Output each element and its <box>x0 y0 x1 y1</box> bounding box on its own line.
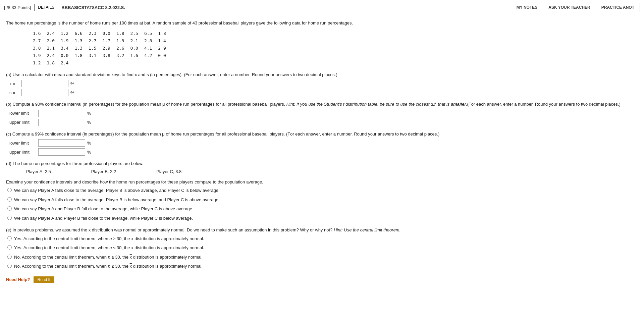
data-val: 1.8 <box>47 59 54 67</box>
x-pct-label: % <box>70 81 74 86</box>
data-val: 1.8 <box>158 30 166 37</box>
data-val: 1.4 <box>158 37 166 45</box>
lower-limit-input-c[interactable] <box>38 139 85 147</box>
part-d-radio-1[interactable] <box>7 188 12 192</box>
part-d-option-1[interactable]: We can say Player A falls close to the a… <box>7 187 625 194</box>
details-button[interactable]: DETAILS <box>34 4 58 11</box>
data-val: 2.0 <box>47 37 54 45</box>
data-val: 2.4 <box>61 59 68 67</box>
data-val: 1.3 <box>74 45 82 52</box>
upper-pct-b: % <box>87 120 91 125</box>
player-b: Player B, 2.2 <box>91 169 116 174</box>
player-c: Player C, 3.8 <box>156 169 181 174</box>
data-val: 2.3 <box>89 30 96 37</box>
data-val: 2.1 <box>130 37 138 45</box>
my-notes-button[interactable]: MY NOTES <box>511 3 543 12</box>
data-val: 1.3 <box>74 37 82 45</box>
upper-limit-label-c: upper limit <box>9 150 36 155</box>
data-val: 3.8 <box>102 52 110 59</box>
top-bar: [-/8.33 Points] DETAILS BBBASICSTAT8ACC … <box>0 0 644 15</box>
data-row-2: 2.7 2.0 1.9 1.3 2.7 1.7 1.3 2.1 2.8 1.4 <box>33 37 625 45</box>
need-help-label: Need Help? <box>6 277 30 282</box>
data-val: 4.1 <box>144 45 152 52</box>
upper-limit-input-b[interactable] <box>38 119 85 126</box>
main-content: The home run percentage is the number of… <box>0 15 631 288</box>
data-val: 1.9 <box>33 52 41 59</box>
data-val: 1.3 <box>116 37 124 45</box>
lower-pct-b: % <box>87 111 91 116</box>
part-d-label: (d) The home run percentages for three p… <box>6 160 625 167</box>
data-val: 1.7 <box>102 37 110 45</box>
read-it-button[interactable]: Read It <box>34 276 55 283</box>
part-e-radio-2[interactable] <box>7 245 12 250</box>
data-val: 0.0 <box>130 45 138 52</box>
part-a-s-row: s = % <box>9 89 625 96</box>
data-val: 6.5 <box>144 30 152 37</box>
part-b-lower-row: lower limit % <box>9 110 625 117</box>
part-c-label: (c) Compute a 99% confidence interval (i… <box>6 131 625 138</box>
upper-limit-label-b: upper limit <box>9 120 36 125</box>
data-val: 1.9 <box>61 37 68 45</box>
part-e-label: (e) In previous problems, we assumed the… <box>6 227 625 233</box>
part-e-radio-1[interactable] <box>7 236 12 240</box>
data-val: 3.8 <box>33 45 41 52</box>
data-val: 1.6 <box>33 30 41 37</box>
part-c-upper-row: upper limit % <box>9 148 625 156</box>
part-d-radio-4[interactable] <box>7 216 12 220</box>
ask-teacher-button[interactable]: ASK YOUR TEACHER <box>543 3 595 12</box>
data-row-3: 3.8 2.1 3.4 1.3 1.5 2.9 2.6 0.0 4.1 2.9 <box>33 45 625 52</box>
data-val: 2.8 <box>144 37 152 45</box>
data-val: 1.8 <box>116 30 124 37</box>
s-pct-label: % <box>70 90 74 95</box>
part-e-radio-4[interactable] <box>7 264 12 268</box>
part-e-radio-3[interactable] <box>7 255 12 259</box>
data-val: 1.6 <box>130 52 138 59</box>
part-d-radio-3[interactable] <box>7 206 12 211</box>
data-val: 0.0 <box>61 52 68 59</box>
data-val: 3.1 <box>89 52 96 59</box>
upper-pct-c: % <box>87 150 91 155</box>
data-val: 1.2 <box>33 59 41 67</box>
data-val: 0.0 <box>158 52 166 59</box>
part-c-lower-row: lower limit % <box>9 139 625 147</box>
lower-pct-c: % <box>87 141 91 146</box>
x-bar-input[interactable] <box>21 80 68 87</box>
practice-button[interactable]: PRACTICE ANOT <box>596 3 640 12</box>
data-val: 1.8 <box>74 52 82 59</box>
part-d-option-4[interactable]: We can say Player A and Player B fall cl… <box>7 215 625 222</box>
data-row-4: 1.9 2.4 0.0 1.8 3.1 3.8 3.2 1.6 4.2 0.0 <box>33 52 625 59</box>
part-d-radio-2[interactable] <box>7 197 12 202</box>
data-val: 2.7 <box>89 37 96 45</box>
part-d-option-2[interactable]: We can say Player A falls close to the a… <box>7 197 625 203</box>
need-help-bar: Need Help? Read It <box>6 276 625 283</box>
data-val: 1.5 <box>89 45 96 52</box>
part-e-option-3[interactable]: No. According to the central limit theor… <box>7 254 625 261</box>
lower-limit-input-b[interactable] <box>38 110 85 117</box>
part-b-label: (b) Compute a 90% confidence interval (i… <box>6 101 625 108</box>
top-bar-left: [-/8.33 Points] DETAILS BBBASICSTAT8ACC … <box>4 4 125 11</box>
data-val: 2.5 <box>130 30 138 37</box>
data-val: 2.7 <box>33 37 41 45</box>
intro-text: The home run percentage is the number of… <box>6 20 625 26</box>
s-label: s = <box>9 90 19 95</box>
player-row: Player A, 2.5 Player B, 2.2 Player C, 3.… <box>26 169 625 174</box>
part-e-option-1[interactable]: Yes. According to the central limit theo… <box>7 235 625 242</box>
data-val: 2.6 <box>116 45 124 52</box>
data-val: 2.1 <box>47 45 54 52</box>
part-a-label: (a) Use a calculator with mean and stand… <box>6 71 625 78</box>
data-val: 2.9 <box>102 45 110 52</box>
data-val: 2.4 <box>47 30 54 37</box>
player-a: Player A, 2.5 <box>26 169 51 174</box>
data-val: 2.4 <box>47 52 54 59</box>
data-row-5: 1.2 1.8 2.4 <box>33 59 625 67</box>
lower-limit-label-b: lower limit <box>9 111 36 116</box>
part-d-option-3[interactable]: We can say Player A and Player B fall cl… <box>7 206 625 212</box>
part-d-examine: Examine your confidence intervals and de… <box>6 179 625 185</box>
s-input[interactable] <box>21 89 68 96</box>
upper-limit-input-c[interactable] <box>38 148 85 156</box>
data-val: 2.9 <box>158 45 166 52</box>
data-row-1: 1.6 2.4 1.2 6.6 2.3 0.0 1.8 2.5 6.5 1.8 <box>33 30 625 37</box>
part-e-option-4[interactable]: No. According to the central limit theor… <box>7 263 625 270</box>
part-d-options: We can say Player A falls close to the a… <box>6 187 625 221</box>
part-e-option-2[interactable]: Yes. According to the central limit theo… <box>7 245 625 251</box>
